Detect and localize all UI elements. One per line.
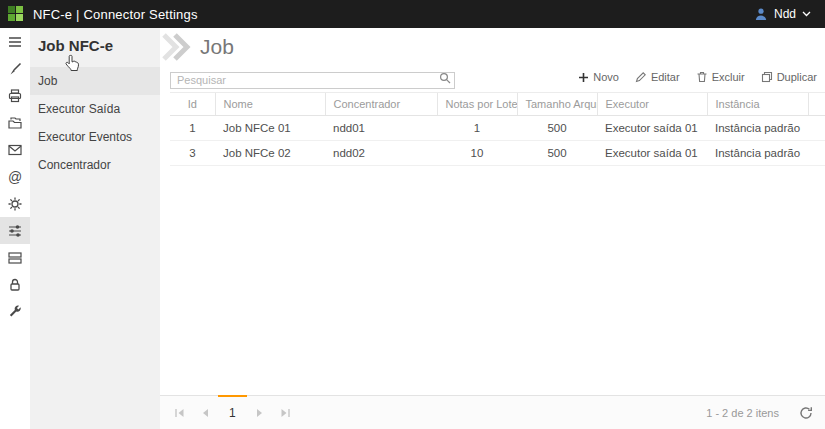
column-header-nome[interactable]: Nome xyxy=(215,93,325,116)
search-box xyxy=(170,70,455,87)
pager-right: 1 - 2 de 2 itens xyxy=(706,396,825,429)
last-page-button[interactable] xyxy=(273,396,299,429)
stack-icon[interactable] xyxy=(0,244,30,271)
controls-row: Novo Editar Excluir Duplicar xyxy=(160,68,825,92)
cell-notas-por-lote: 10 xyxy=(437,141,517,166)
user-menu[interactable]: Ndd xyxy=(754,7,825,21)
jobs-table: Id Nome Concentrador Notas por Lote Tama… xyxy=(170,92,825,166)
refresh-icon xyxy=(799,406,813,420)
plus-icon xyxy=(578,72,589,83)
column-header-concentrador[interactable]: Concentrador xyxy=(325,93,437,116)
lock-icon[interactable] xyxy=(0,271,30,298)
table-row[interactable]: 3 Job NFCe 02 ndd02 10 500 Executor saíd… xyxy=(170,141,825,166)
user-name: Ndd xyxy=(774,7,796,21)
duplicar-button[interactable]: Duplicar xyxy=(761,71,817,83)
pager: 1 1 - 2 de 2 itens xyxy=(160,395,825,429)
editar-button[interactable]: Editar xyxy=(635,71,680,83)
column-header-spacer xyxy=(808,93,825,116)
chevron-down-icon xyxy=(802,11,811,17)
double-chevron-right-icon xyxy=(160,32,194,62)
cell-instancia: Instância padrão xyxy=(707,116,808,141)
column-header-notas-por-lote[interactable]: Notas por Lote xyxy=(437,93,517,116)
table-header-row: Id Nome Concentrador Notas por Lote Tama… xyxy=(170,93,825,116)
cell-instancia: Instância padrão xyxy=(707,141,808,166)
previous-page-button[interactable] xyxy=(192,396,218,429)
icon-rail: @ xyxy=(0,28,30,429)
sidebar-item-executor-saida[interactable]: Executor Saída xyxy=(30,95,160,123)
cell-executor: Executor saída 01 xyxy=(597,116,707,141)
novo-button[interactable]: Novo xyxy=(578,71,619,83)
printer-icon[interactable] xyxy=(0,82,30,109)
trash-icon xyxy=(696,71,708,83)
cell-concentrador: ndd02 xyxy=(325,141,437,166)
mail-icon[interactable] xyxy=(0,136,30,163)
cell-notas-por-lote: 1 xyxy=(437,116,517,141)
first-page-button[interactable] xyxy=(166,396,192,429)
sliders-icon[interactable] xyxy=(0,217,30,244)
copy-icon xyxy=(761,71,773,83)
search-input[interactable] xyxy=(170,72,455,89)
refresh-button[interactable] xyxy=(799,406,813,420)
wrench-icon[interactable] xyxy=(0,298,30,325)
menu-icon[interactable] xyxy=(0,28,30,55)
folders-icon[interactable] xyxy=(0,109,30,136)
page-number-current[interactable]: 1 xyxy=(218,396,247,429)
pencil-icon xyxy=(635,71,647,83)
page-title: Job xyxy=(200,35,234,59)
cell-tamanho-arquivo: 500 xyxy=(517,141,597,166)
brush-icon[interactable] xyxy=(0,55,30,82)
cell-tamanho-arquivo: 500 xyxy=(517,116,597,141)
cell-concentrador: ndd01 xyxy=(325,116,437,141)
sidebar: Job NFC-e Job Executor Saída Executor Ev… xyxy=(30,28,160,429)
gear-icon[interactable] xyxy=(0,190,30,217)
content-header: Job xyxy=(160,28,825,66)
cell-id: 3 xyxy=(170,141,215,166)
column-header-id[interactable]: Id xyxy=(170,93,215,116)
main-content: Job Novo Editar Excluir xyxy=(160,28,825,429)
top-bar: NFC-e | Connector Settings Ndd xyxy=(0,0,825,28)
next-page-button[interactable] xyxy=(247,396,273,429)
search-icon[interactable] xyxy=(439,72,451,84)
sidebar-item-job[interactable]: Job xyxy=(30,67,160,95)
column-header-executor[interactable]: Executor xyxy=(597,93,707,116)
cell-id: 1 xyxy=(170,116,215,141)
column-header-tamanho-arquivo[interactable]: Tamanho Arquivo xyxy=(517,93,597,116)
user-icon xyxy=(754,7,768,21)
excluir-button[interactable]: Excluir xyxy=(696,71,745,83)
column-header-instancia[interactable]: Instância xyxy=(707,93,808,116)
app-title: NFC-e | Connector Settings xyxy=(33,7,198,22)
ndd-logo-icon xyxy=(8,6,24,22)
at-sign-icon[interactable]: @ xyxy=(0,163,30,190)
cell-nome: Job NFCe 02 xyxy=(215,141,325,166)
sidebar-item-executor-eventos[interactable]: Executor Eventos xyxy=(30,123,160,151)
cell-executor: Executor saída 01 xyxy=(597,141,707,166)
cell-nome: Job NFCe 01 xyxy=(215,116,325,141)
toolbar: Novo Editar Excluir Duplicar xyxy=(578,71,817,83)
table-row[interactable]: 1 Job NFCe 01 ndd01 1 500 Executor saída… xyxy=(170,116,825,141)
pager-info: 1 - 2 de 2 itens xyxy=(706,407,779,419)
sidebar-title: Job NFC-e xyxy=(30,28,160,67)
sidebar-item-concentrador[interactable]: Concentrador xyxy=(30,151,160,179)
